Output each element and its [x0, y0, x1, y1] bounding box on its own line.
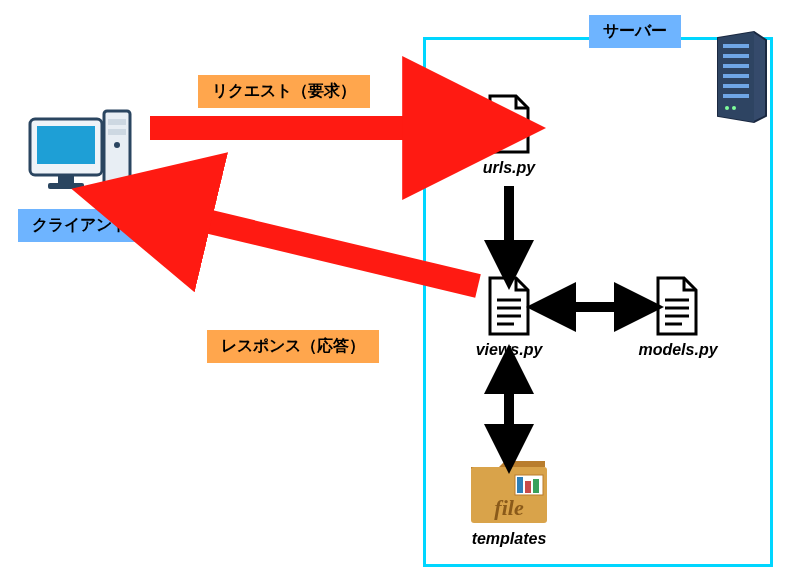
svg-point-14 [725, 106, 729, 110]
client-computer-icon [26, 99, 134, 201]
svg-rect-11 [723, 74, 749, 78]
templates-folder-icon: file [467, 455, 551, 527]
server-label: サーバー [589, 15, 681, 48]
views-file-icon [484, 276, 534, 338]
svg-rect-31 [525, 481, 531, 493]
svg-point-15 [732, 106, 736, 110]
response-label: レスポンス（応答） [207, 330, 379, 363]
svg-rect-13 [723, 94, 749, 98]
svg-rect-5 [37, 126, 95, 164]
svg-rect-12 [723, 84, 749, 88]
svg-point-3 [114, 142, 120, 148]
svg-rect-2 [108, 129, 126, 135]
response-label-text: レスポンス（応答） [221, 337, 365, 354]
request-label: リクエスト（要求） [198, 75, 370, 108]
folder-caption-text: file [494, 495, 524, 520]
templates-folder-label: templates [466, 530, 552, 548]
svg-rect-8 [723, 44, 749, 48]
server-label-text: サーバー [603, 22, 667, 39]
client-label: クライアント [18, 209, 142, 242]
server-rack-icon [710, 30, 770, 124]
svg-rect-9 [723, 54, 749, 58]
client-label-text: クライアント [32, 216, 128, 233]
svg-rect-7 [48, 183, 84, 189]
svg-rect-1 [108, 119, 126, 125]
models-file-icon [652, 276, 702, 338]
models-file-label: models.py [636, 341, 720, 359]
urls-file-icon [484, 94, 534, 156]
svg-rect-10 [723, 64, 749, 68]
svg-rect-32 [533, 479, 539, 493]
views-file-label: views.py [473, 341, 545, 359]
svg-rect-30 [517, 477, 523, 493]
urls-file-label: urls.py [478, 159, 540, 177]
svg-rect-6 [58, 175, 74, 183]
request-label-text: リクエスト（要求） [212, 82, 356, 99]
